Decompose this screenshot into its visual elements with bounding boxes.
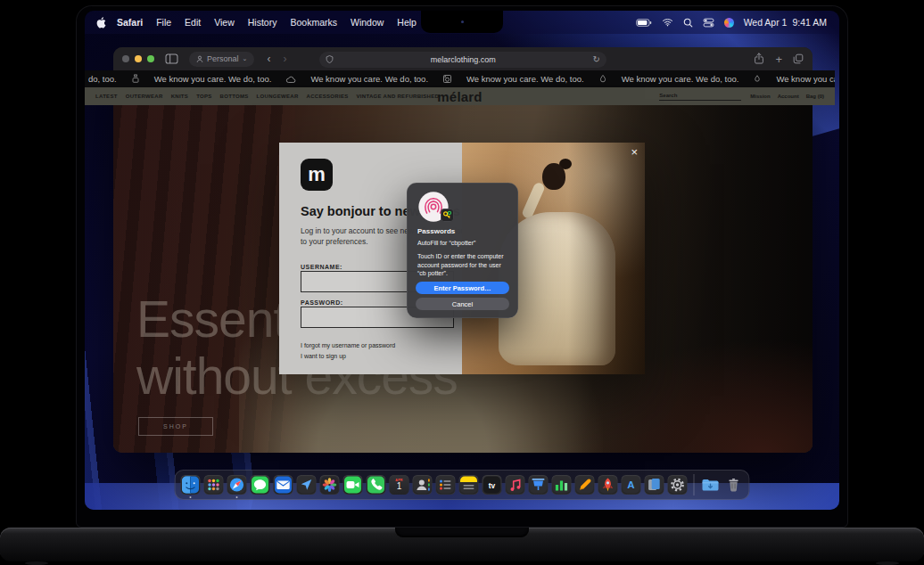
new-tab-icon[interactable]: + bbox=[775, 53, 782, 66]
header-link-bag-0-[interactable]: Bag (0) bbox=[806, 94, 824, 99]
forgot-credentials-link[interactable]: I forgot my username or password bbox=[301, 342, 395, 348]
tab-overview-icon[interactable] bbox=[793, 52, 804, 68]
dock-item-rocket[interactable] bbox=[598, 475, 618, 495]
dock-item-launchpad[interactable] bbox=[204, 475, 224, 495]
address-bar[interactable]: melarclothing.com ↻ bbox=[319, 52, 606, 68]
dialog-title: AutoFill for “cbpotter” bbox=[417, 240, 475, 246]
promo-banner: do, too.We know you care. We do, too.We … bbox=[85, 70, 835, 87]
dock-item-downloads[interactable] bbox=[701, 475, 721, 495]
battery-icon[interactable] bbox=[636, 18, 652, 28]
wifi-icon[interactable] bbox=[662, 18, 673, 27]
svg-text:tv: tv bbox=[489, 481, 496, 490]
dock-item-finder[interactable] bbox=[181, 475, 201, 495]
shop-button[interactable]: SHOP bbox=[138, 417, 213, 436]
nav-latest[interactable]: LATEST bbox=[95, 94, 118, 99]
macbook-base bbox=[0, 528, 924, 561]
nav-loungewear[interactable]: LOUNGEWEAR bbox=[257, 94, 299, 99]
nav-accessories[interactable]: ACCESSORIES bbox=[307, 94, 349, 99]
camera-icon bbox=[461, 20, 464, 23]
siri-icon[interactable] bbox=[724, 18, 734, 28]
menu-safari[interactable]: Safari bbox=[117, 17, 143, 28]
dock-item-app-store[interactable]: A bbox=[622, 475, 641, 495]
desktop: SafariFileEditViewHistoryBookmarksWindow… bbox=[85, 11, 839, 510]
menu-edit[interactable]: Edit bbox=[185, 17, 201, 28]
site-header: LATESTOUTERWEARKNITSTOPSBOTTOMSLOUNGEWEA… bbox=[85, 87, 835, 105]
back-button[interactable]: ‹ bbox=[267, 53, 270, 65]
safari-toolbar: Personal ⌄ ‹ › melarclothing.com ↻ bbox=[113, 47, 813, 71]
time-label: 9:41 AM bbox=[792, 17, 827, 28]
banner-message: do, too. bbox=[88, 74, 117, 84]
svg-text:A: A bbox=[627, 479, 634, 490]
dock-item-facetime[interactable] bbox=[343, 475, 363, 495]
dock-item-reminders[interactable] bbox=[436, 475, 456, 495]
dock-item-trash[interactable] bbox=[724, 475, 744, 495]
cloud-icon bbox=[285, 75, 296, 84]
menu-file[interactable]: File bbox=[156, 17, 171, 28]
tab-group-picker[interactable]: Personal ⌄ bbox=[189, 52, 254, 67]
camera-notch bbox=[421, 11, 503, 33]
macbook-foot bbox=[876, 561, 899, 565]
dock-item-messages[interactable] bbox=[251, 475, 270, 495]
touch-id-fingerprint-icon bbox=[417, 191, 450, 223]
nav-knits[interactable]: KNITS bbox=[171, 94, 189, 99]
dock-item-mail[interactable] bbox=[274, 475, 293, 495]
menu-bookmarks[interactable]: Bookmarks bbox=[290, 17, 337, 28]
menu-bar-clock[interactable]: Wed Apr 1 9:41 AM bbox=[744, 17, 827, 28]
dock-item-books[interactable] bbox=[645, 475, 664, 495]
dock-item-apple-tv[interactable]: tv bbox=[483, 475, 502, 495]
apple-menu-icon[interactable] bbox=[96, 17, 106, 29]
nav-outerwear[interactable]: OUTERWEAR bbox=[126, 94, 163, 99]
header-link-account[interactable]: Account bbox=[778, 94, 799, 99]
dock-item-music[interactable] bbox=[506, 475, 525, 495]
header-link-mission[interactable]: Mission bbox=[750, 94, 770, 99]
menu-help[interactable]: Help bbox=[397, 17, 417, 28]
dock-item-pages[interactable] bbox=[575, 475, 595, 495]
dock-item-keynote[interactable] bbox=[529, 475, 549, 495]
dock-item-numbers[interactable] bbox=[552, 475, 572, 495]
dialog-message: Touch ID or enter the computer account p… bbox=[417, 252, 508, 278]
cancel-button[interactable]: Cancel bbox=[416, 298, 509, 310]
macbook-device: SafariFileEditViewHistoryBookmarksWindow… bbox=[0, 0, 924, 565]
spotlight-search-icon[interactable] bbox=[683, 18, 693, 28]
nav-bottoms[interactable]: BOTTOMS bbox=[220, 94, 249, 99]
reload-icon[interactable]: ↻ bbox=[593, 55, 600, 64]
date-label: Wed Apr 1 bbox=[744, 17, 788, 28]
header-search-field[interactable]: Search bbox=[659, 93, 741, 101]
site-mark-logo: m bbox=[301, 159, 333, 191]
dock-item-safari[interactable] bbox=[227, 475, 247, 495]
dock-item-phone[interactable] bbox=[367, 475, 386, 495]
signup-link[interactable]: I want to sign up bbox=[301, 353, 346, 359]
url-text: melarclothing.com bbox=[334, 55, 593, 64]
sidebar-icon[interactable] bbox=[165, 53, 178, 64]
nav-vintage-and-refurbished[interactable]: VINTAGE AND REFURBISHED bbox=[357, 94, 440, 99]
dialog-app-name: Passwords bbox=[417, 227, 455, 235]
dock-item-system-settings[interactable] bbox=[668, 475, 688, 495]
menu-history[interactable]: History bbox=[248, 17, 277, 28]
menu-view[interactable]: View bbox=[214, 17, 235, 28]
dock-item-notes[interactable] bbox=[459, 475, 479, 495]
close-icon[interactable]: × bbox=[631, 146, 638, 158]
dock-item-photos[interactable] bbox=[320, 475, 340, 495]
zoom-window-button[interactable] bbox=[147, 55, 154, 62]
dock-item-contacts[interactable] bbox=[413, 475, 433, 495]
control-center-icon[interactable] bbox=[703, 18, 714, 28]
close-window-button[interactable] bbox=[122, 55, 129, 62]
site-logo[interactable]: mélard bbox=[437, 89, 482, 104]
minimize-window-button[interactable] bbox=[135, 55, 142, 62]
macbook-lid: SafariFileEditViewHistoryBookmarksWindow… bbox=[76, 5, 848, 528]
banner-message: We know you care. We do, too. bbox=[154, 74, 272, 84]
dock-item-maps[interactable] bbox=[297, 475, 317, 495]
dock: APR1tvA bbox=[175, 470, 750, 500]
lid-lift-groove bbox=[395, 528, 529, 537]
forward-button[interactable]: › bbox=[283, 53, 286, 65]
running-indicator bbox=[189, 496, 192, 499]
banner-message: We know you care. We do, too. bbox=[622, 74, 739, 84]
enter-password-button[interactable]: Enter Password… bbox=[416, 282, 509, 294]
dock-item-calendar[interactable]: APR1 bbox=[390, 475, 409, 495]
menu-bar-status: Wed Apr 1 9:41 AM bbox=[636, 17, 827, 28]
running-indicator bbox=[235, 496, 238, 499]
nav-tops[interactable]: TOPS bbox=[196, 94, 211, 99]
menu-window[interactable]: Window bbox=[351, 17, 384, 28]
share-icon[interactable] bbox=[754, 52, 764, 68]
chevron-down-icon: ⌄ bbox=[243, 55, 248, 62]
